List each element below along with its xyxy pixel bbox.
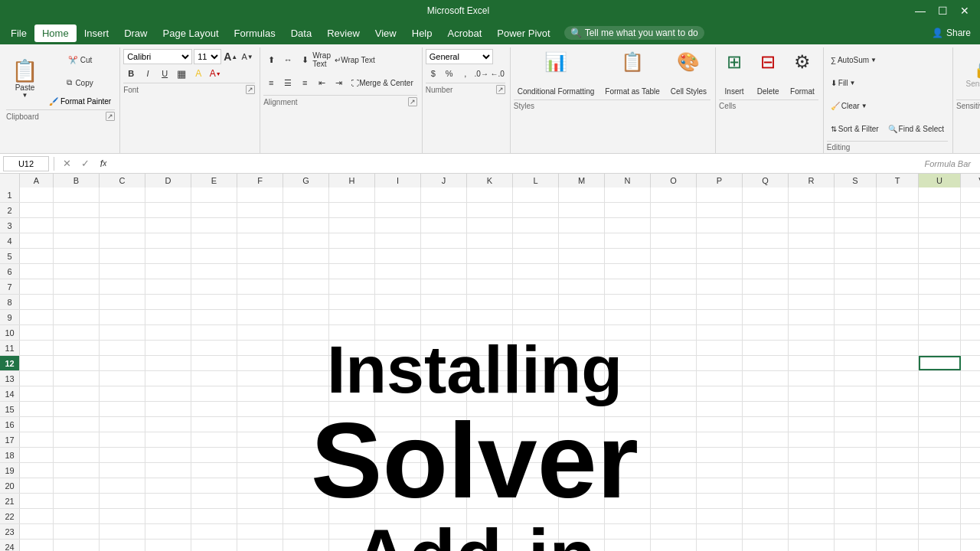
- cell-A10[interactable]: [20, 325, 54, 340]
- col-header-M[interactable]: M: [559, 174, 605, 187]
- cell-V1[interactable]: [961, 187, 980, 202]
- cell-C21[interactable]: [100, 494, 145, 508]
- cell-M5[interactable]: [559, 249, 605, 263]
- cell-M4[interactable]: [559, 233, 605, 248]
- cell-R11[interactable]: [789, 341, 835, 355]
- cell-D19[interactable]: [145, 463, 191, 478]
- cell-S24[interactable]: [835, 540, 877, 551]
- align-right-button[interactable]: ≡: [297, 75, 312, 90]
- cell-Q4[interactable]: [743, 233, 789, 248]
- cut-button[interactable]: ✂️ Cut: [45, 49, 115, 70]
- cell-A22[interactable]: [20, 509, 54, 523]
- cell-P7[interactable]: [697, 279, 743, 294]
- autosum-button[interactable]: ∑ AutoSum ▼: [827, 49, 880, 70]
- font-size-select[interactable]: 11: [194, 49, 221, 64]
- cell-G22[interactable]: [283, 509, 329, 523]
- cell-F22[interactable]: [237, 509, 283, 523]
- cell-I17[interactable]: [375, 432, 421, 447]
- currency-button[interactable]: $: [426, 66, 441, 81]
- menu-view[interactable]: View: [368, 24, 404, 42]
- cell-J18[interactable]: [421, 448, 467, 462]
- cell-D3[interactable]: [145, 218, 191, 233]
- cell-D8[interactable]: [145, 295, 191, 309]
- cell-O4[interactable]: [651, 233, 697, 248]
- cell-U13[interactable]: [919, 371, 961, 386]
- italic-button[interactable]: I: [140, 66, 155, 81]
- menu-file[interactable]: File: [3, 24, 34, 42]
- cell-V6[interactable]: [961, 264, 980, 279]
- cell-V20[interactable]: [961, 478, 980, 493]
- name-box[interactable]: [3, 156, 49, 171]
- cell-E17[interactable]: [191, 432, 237, 447]
- cell-U4[interactable]: [919, 233, 961, 248]
- cell-P19[interactable]: [697, 463, 743, 478]
- cell-D7[interactable]: [145, 279, 191, 294]
- cell-S20[interactable]: [835, 478, 877, 493]
- cell-J6[interactable]: [421, 264, 467, 279]
- cell-D20[interactable]: [145, 478, 191, 493]
- cell-K10[interactable]: [467, 325, 513, 340]
- cell-E23[interactable]: [191, 524, 237, 539]
- cell-T10[interactable]: [877, 325, 919, 340]
- cell-S3[interactable]: [835, 218, 877, 233]
- cell-G19[interactable]: [283, 463, 329, 478]
- cell-C22[interactable]: [100, 509, 145, 523]
- cell-U14[interactable]: [919, 386, 961, 401]
- cell-F4[interactable]: [237, 233, 283, 248]
- cell-J2[interactable]: [421, 203, 467, 217]
- col-header-R[interactable]: R: [789, 174, 835, 187]
- cell-E6[interactable]: [191, 264, 237, 279]
- cell-S16[interactable]: [835, 417, 877, 432]
- cell-A11[interactable]: [20, 341, 54, 355]
- cell-I7[interactable]: [375, 279, 421, 294]
- cell-G13[interactable]: [283, 371, 329, 386]
- cell-N19[interactable]: [605, 463, 651, 478]
- align-left-button[interactable]: ≡: [263, 75, 279, 90]
- decrease-decimal-button[interactable]: ←.0: [490, 66, 505, 81]
- cell-E16[interactable]: [191, 417, 237, 432]
- cell-O7[interactable]: [651, 279, 697, 294]
- cell-G8[interactable]: [283, 295, 329, 309]
- cell-H5[interactable]: [329, 249, 375, 263]
- cell-A16[interactable]: [20, 417, 54, 432]
- cell-A18[interactable]: [20, 448, 54, 462]
- cell-S15[interactable]: [835, 402, 877, 416]
- cell-H17[interactable]: [329, 432, 375, 447]
- cell-S11[interactable]: [835, 341, 877, 355]
- cell-P20[interactable]: [697, 478, 743, 493]
- cell-A19[interactable]: [20, 463, 54, 478]
- cell-C8[interactable]: [100, 295, 145, 309]
- cell-C24[interactable]: [100, 540, 145, 551]
- cell-L2[interactable]: [513, 203, 559, 217]
- cell-N1[interactable]: [605, 187, 651, 202]
- cell-T16[interactable]: [877, 417, 919, 432]
- cell-B12[interactable]: [54, 356, 100, 370]
- cell-S2[interactable]: [835, 203, 877, 217]
- cell-S13[interactable]: [835, 371, 877, 386]
- cell-P24[interactable]: [697, 540, 743, 551]
- cell-styles-button[interactable]: 🎨 Cell Styles: [667, 49, 710, 98]
- cell-V18[interactable]: [961, 448, 980, 462]
- cell-R2[interactable]: [789, 203, 835, 217]
- cell-L20[interactable]: [513, 478, 559, 493]
- cell-M22[interactable]: [559, 509, 605, 523]
- cell-N3[interactable]: [605, 218, 651, 233]
- cell-R13[interactable]: [789, 371, 835, 386]
- menu-insert[interactable]: Insert: [77, 24, 117, 42]
- cell-I13[interactable]: [375, 371, 421, 386]
- cell-U21[interactable]: [919, 494, 961, 508]
- cell-J15[interactable]: [421, 402, 467, 416]
- cell-F17[interactable]: [237, 432, 283, 447]
- percent-button[interactable]: %: [442, 66, 457, 81]
- cell-H22[interactable]: [329, 509, 375, 523]
- cell-B5[interactable]: [54, 249, 100, 263]
- cell-V7[interactable]: [961, 279, 980, 294]
- cell-F16[interactable]: [237, 417, 283, 432]
- cell-F20[interactable]: [237, 478, 283, 493]
- cell-R15[interactable]: [789, 402, 835, 416]
- cell-E24[interactable]: [191, 540, 237, 551]
- cell-V12[interactable]: [961, 356, 980, 370]
- col-header-Q[interactable]: Q: [743, 174, 789, 187]
- cell-B23[interactable]: [54, 524, 100, 539]
- cell-R22[interactable]: [789, 509, 835, 523]
